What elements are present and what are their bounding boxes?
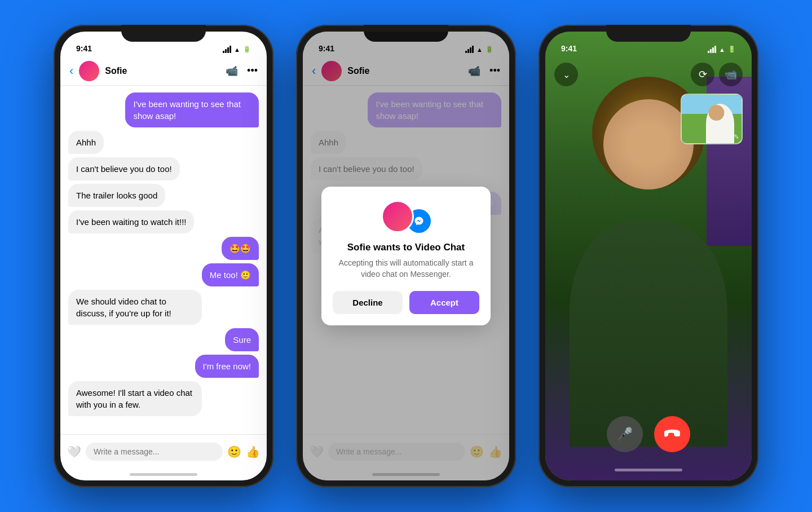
modal-actions: Decline Accept: [333, 291, 479, 314]
msg-10: I'm free now!: [195, 355, 259, 378]
msg-9: Sure: [225, 328, 259, 351]
phone-1: 9:41 ▲ 🔋 ‹ Sofie 📹 •••: [54, 25, 273, 487]
status-icons-1: ▲ 🔋: [223, 46, 251, 53]
video-top-right-controls: ⟳ 📹: [691, 63, 743, 86]
modal-description: Accepting this will automatically start …: [333, 258, 479, 280]
phone-3-screen: 9:41 ▲ 🔋 ⌄ ⟳ 📹: [545, 32, 752, 480]
msg-1: I've been wanting to see that show asap!: [125, 92, 259, 127]
msg-8: We should video chat to discuss, if you'…: [68, 290, 202, 325]
video-chat-modal: Sofie wants to Video Chat Accepting this…: [321, 187, 491, 325]
msg-6: 🤩🤩: [222, 237, 259, 260]
video-status-bar: 9:41 ▲ 🔋: [545, 32, 752, 56]
mute-button[interactable]: 🎤: [607, 416, 643, 452]
status-time-1: 9:41: [76, 44, 92, 53]
video-jacket: [570, 221, 727, 447]
msg-2: Ahhh: [68, 131, 104, 154]
wifi-icon-1: ▲: [234, 46, 240, 53]
signal-icon-1: [223, 46, 231, 53]
notch-1: [121, 25, 206, 42]
pip-person: [682, 95, 742, 143]
pip-edit-icon: ✎: [734, 133, 739, 141]
minimize-button[interactable]: ⌄: [554, 63, 578, 86]
msg-7: Me too! 🙂: [202, 263, 259, 286]
home-indicator-1: [60, 468, 267, 480]
video-battery-icon: 🔋: [728, 46, 736, 53]
home-indicator-3: [545, 464, 752, 476]
like-icon-1[interactable]: 👍: [246, 445, 260, 458]
modal-avatars: [381, 200, 431, 233]
emoji-icon-1[interactable]: 🙂: [227, 445, 241, 458]
video-wifi-icon: ▲: [719, 46, 725, 53]
video-top-controls: ⌄: [554, 63, 578, 86]
video-status-icons: ▲ 🔋: [708, 46, 736, 53]
msg-4: The trailer looks good: [68, 184, 165, 207]
msg-11: Awesome! I'll start a video chat with yo…: [68, 381, 202, 416]
video-bottom-controls: 🎤: [607, 416, 690, 452]
nav-bar-1: ‹ Sofie 📹 •••: [60, 56, 267, 86]
chat-area-1: I've been wanting to see that show asap!…: [60, 86, 267, 434]
video-status-time: 9:41: [561, 44, 577, 53]
battery-icon-1: 🔋: [243, 46, 251, 53]
pip-window[interactable]: ✎: [681, 94, 743, 144]
modal-title: Sofie wants to Video Chat: [347, 242, 465, 253]
svg-point-0: [413, 215, 425, 227]
modal-avatar-sofie: [381, 200, 414, 233]
msg-5: I've been waiting to watch it!!!: [68, 210, 194, 233]
contact-name-1: Sofie: [105, 66, 226, 76]
phone-2: 9:41 ▲ 🔋 ‹ Sofie 📹 •••: [296, 25, 516, 487]
flip-camera-button[interactable]: ⟳: [691, 63, 714, 86]
message-input-1[interactable]: [86, 443, 223, 461]
nav-actions-1: 📹 •••: [226, 65, 258, 77]
video-signal-icon: [708, 46, 716, 53]
phone-1-screen: 9:41 ▲ 🔋 ‹ Sofie 📹 •••: [60, 32, 267, 480]
video-face-circle: [603, 99, 694, 189]
avatar-1: [79, 61, 99, 81]
modal-overlay: Sofie wants to Video Chat Accepting this…: [303, 32, 509, 480]
decline-button[interactable]: Decline: [333, 291, 403, 314]
msg-3: I can't believe you do too!: [68, 157, 180, 180]
end-call-button[interactable]: [654, 416, 690, 452]
camera-off-button[interactable]: 📹: [719, 63, 743, 86]
input-bar-1: 🤍 🙂 👍: [60, 434, 267, 468]
phone-2-screen: 9:41 ▲ 🔋 ‹ Sofie 📹 •••: [303, 32, 509, 480]
video-call-icon-1[interactable]: 📹: [226, 65, 238, 77]
phone-3: 9:41 ▲ 🔋 ⌄ ⟳ 📹: [539, 25, 758, 487]
heart-icon-1[interactable]: 🤍: [67, 445, 81, 458]
more-icon-1[interactable]: •••: [247, 65, 258, 77]
accept-button[interactable]: Accept: [409, 291, 479, 314]
back-button-1[interactable]: ‹: [69, 64, 73, 78]
